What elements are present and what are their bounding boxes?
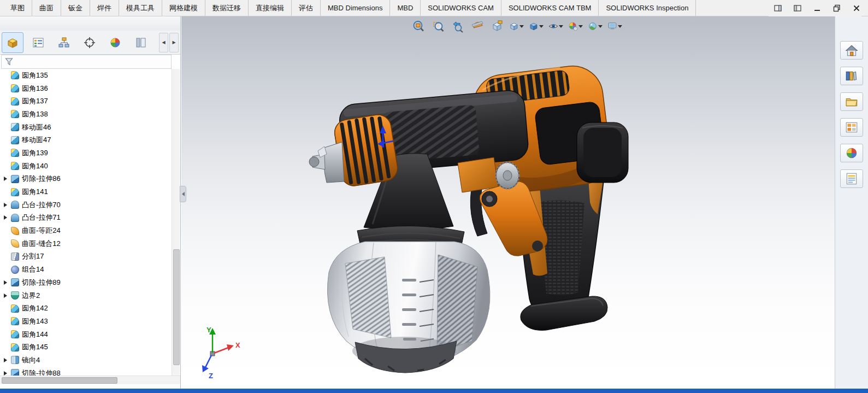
command-tab[interactable]: 直接编辑 <box>249 0 292 16</box>
tree-item[interactable]: 圆角143 <box>1 315 172 328</box>
command-tab[interactable]: 焊件 <box>90 0 119 16</box>
tree-item[interactable]: 凸台-拉伸71 <box>1 212 172 225</box>
design-library-button[interactable] <box>840 67 863 85</box>
pane-left-icon[interactable] <box>773 3 783 13</box>
expand-arrow-icon[interactable] <box>4 203 9 207</box>
file-explorer-button[interactable] <box>840 92 863 111</box>
view-settings-button[interactable] <box>607 19 622 33</box>
hide-show-items-button[interactable] <box>548 19 563 33</box>
filter-funnel-icon[interactable] <box>4 57 14 67</box>
command-tab-label: 评估 <box>299 3 313 13</box>
spray-gun-model[interactable]: Y X Z <box>181 16 835 393</box>
command-tab[interactable]: 钣金 <box>61 0 90 16</box>
tree-hscroll-thumb[interactable] <box>2 377 117 384</box>
command-tab[interactable]: 曲面 <box>32 0 61 16</box>
feature-icon <box>11 97 19 105</box>
section-view-button[interactable] <box>470 19 485 33</box>
appearances-button[interactable] <box>840 144 863 162</box>
expand-arrow-icon[interactable] <box>4 371 9 376</box>
edit-appearance-button[interactable] <box>568 19 583 33</box>
tree-item[interactable]: 圆角137 <box>1 95 172 108</box>
feature-label: 切除-拉伸89 <box>22 278 61 288</box>
tree-item[interactable]: 圆角138 <box>1 108 172 121</box>
feature-label: 分割17 <box>22 251 44 261</box>
expand-arrow-icon[interactable] <box>4 177 9 181</box>
tree-vscroll-thumb[interactable] <box>173 249 180 365</box>
manager-tabs-scroll-left[interactable]: ◀ <box>159 33 168 52</box>
feature-label: 圆角136 <box>22 84 48 93</box>
previous-view-button[interactable] <box>450 19 465 33</box>
tree-item[interactable]: 圆角140 <box>1 160 172 173</box>
command-tab[interactable]: SOLIDWORKS CAM <box>421 0 501 16</box>
extra-manager-tab[interactable] <box>130 32 152 53</box>
tree-item[interactable]: 凸台-拉伸70 <box>1 198 172 212</box>
zoom-fit-button[interactable] <box>411 19 426 33</box>
tree-item[interactable]: 圆角144 <box>1 328 172 341</box>
command-tab[interactable]: MBD Dimensions <box>321 0 390 16</box>
tree-vertical-scrollbar[interactable] <box>172 69 180 376</box>
command-tab[interactable]: 网格建模 <box>162 0 205 16</box>
display-style-button[interactable] <box>529 19 544 33</box>
graphics-viewport[interactable]: Y X Z <box>181 16 835 393</box>
zoom-area-button[interactable] <box>430 19 445 33</box>
command-tab[interactable]: 评估 <box>292 0 321 16</box>
expand-arrow-icon[interactable] <box>4 294 9 298</box>
tree-item[interactable]: 圆角139 <box>1 146 172 160</box>
restore-icon[interactable] <box>832 3 842 13</box>
property-manager-tab[interactable] <box>27 32 49 53</box>
view-palette-button[interactable] <box>840 118 863 137</box>
tree-item[interactable]: 圆角142 <box>1 302 172 315</box>
expand-arrow-icon[interactable] <box>4 215 9 220</box>
command-tab-label: 网格建模 <box>169 3 198 13</box>
feature-icon <box>11 188 19 196</box>
feature-icon <box>11 343 19 351</box>
feature-icon <box>11 123 19 131</box>
feature-label: 边界2 <box>22 291 40 301</box>
dimxpert-manager-tab[interactable] <box>79 32 101 53</box>
view-palette-icon <box>845 120 859 134</box>
feature-manager-tab[interactable] <box>2 32 23 53</box>
command-tab[interactable]: SOLIDWORKS Inspection <box>599 0 696 16</box>
tree-item[interactable]: 移动面46 <box>1 121 172 134</box>
gun-nozzle <box>309 142 344 183</box>
close-icon[interactable] <box>852 3 861 13</box>
tree-item[interactable]: 镜向4 <box>1 354 172 367</box>
tree-item[interactable]: 切除-拉伸88 <box>1 367 172 376</box>
command-tab[interactable]: 模具工具 <box>119 0 162 16</box>
tree-item[interactable]: 圆角135 <box>1 69 172 82</box>
tree-item[interactable]: 移动面47 <box>1 133 172 146</box>
tree-item[interactable]: 切除-拉伸89 <box>1 276 172 289</box>
apply-scene-button[interactable] <box>588 19 603 33</box>
feature-label: 圆角137 <box>22 96 48 106</box>
command-tab[interactable]: 数据迁移 <box>205 0 249 16</box>
tree-item[interactable]: 切除-拉伸86 <box>1 173 172 186</box>
feature-icon <box>11 162 19 170</box>
expand-arrow-icon[interactable] <box>4 280 9 285</box>
expand-arrow-icon[interactable] <box>4 358 9 362</box>
tree-item[interactable]: 曲面-等距24 <box>1 224 172 237</box>
feature-icon <box>11 84 19 92</box>
tree-item[interactable]: 圆角136 <box>1 82 172 95</box>
tree-item[interactable]: 边界2 <box>1 289 172 302</box>
tree-item[interactable]: 圆角141 <box>1 185 172 198</box>
command-tab[interactable]: 草图 <box>3 0 32 16</box>
tree-item[interactable]: 圆角145 <box>1 341 172 354</box>
tree-horizontal-scrollbar[interactable] <box>0 376 180 384</box>
display-manager-tab[interactable] <box>104 32 126 53</box>
crosshair-icon <box>83 36 96 49</box>
tree-item[interactable]: 组合14 <box>1 263 172 276</box>
manager-tabs-scroll-right[interactable]: ▶ <box>169 33 179 52</box>
pane-right-icon[interactable] <box>793 3 802 13</box>
panel-collapse-handle[interactable] <box>180 186 186 202</box>
feature-icon <box>11 239 19 248</box>
command-tab[interactable]: MBD <box>390 0 421 16</box>
command-tab[interactable]: SOLIDWORKS CAM TBM <box>501 0 599 16</box>
custom-properties-button[interactable] <box>840 169 863 188</box>
tree-item[interactable]: 曲面-缝合12 <box>1 237 172 250</box>
configuration-manager-tab[interactable] <box>53 32 75 53</box>
dynamic-annotation-views-button[interactable] <box>489 19 504 33</box>
resources-home-button[interactable] <box>840 41 863 60</box>
view-orientation-button[interactable] <box>509 19 524 33</box>
tree-item[interactable]: 分割17 <box>1 250 172 263</box>
minimize-icon[interactable] <box>812 3 822 13</box>
